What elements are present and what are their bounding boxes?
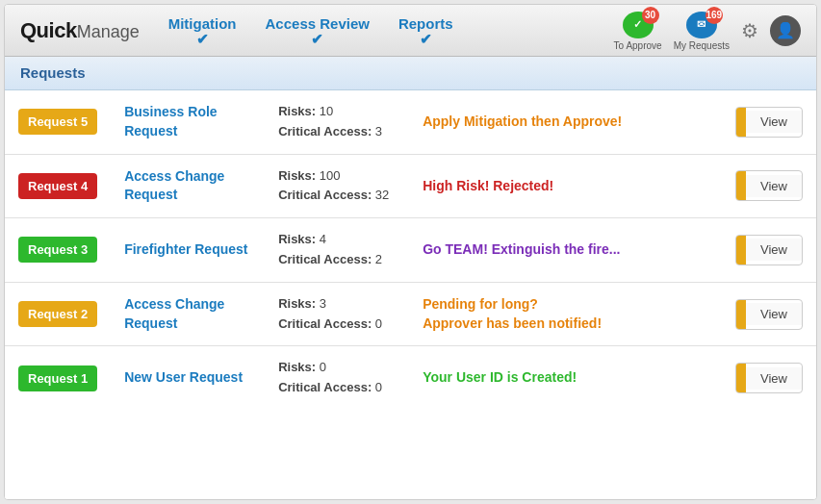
request-view-cell: View: [722, 282, 816, 346]
header-right: ✓ 30 To Approve ✉ 169 My Requests ⚙ 👤: [614, 11, 801, 51]
section-title: Requests: [20, 64, 86, 81]
view-button[interactable]: View: [735, 235, 803, 265]
nav-mitigation[interactable]: Mitigation ✔: [168, 15, 237, 46]
request-badge: Request 5: [18, 109, 97, 135]
request-risks-cell: Risks: 0Critical Access: 0: [265, 346, 409, 410]
request-type-cell: Firefighter Request: [111, 218, 265, 283]
nav-mitigation-label: Mitigation: [168, 15, 237, 32]
view-button[interactable]: View: [735, 107, 803, 138]
request-type-cell: New User Request: [111, 346, 265, 410]
request-status-cell: Pending for long?Approver has been notif…: [409, 282, 722, 346]
request-risks-cell: Risks: 3Critical Access: 0: [265, 282, 409, 346]
my-requests-icon: ✉ 169: [684, 11, 719, 39]
app-container: QuickManage Mitigation ✔ Access Review ✔…: [4, 4, 817, 500]
request-view-cell: View: [722, 154, 816, 218]
request-status: Apply Mitigation then Approve!: [423, 113, 708, 132]
request-badge-cell: Request 5: [5, 90, 111, 154]
nav-reports-label: Reports: [398, 15, 453, 32]
view-button-bar: [736, 171, 746, 200]
request-type: Business RoleRequest: [124, 103, 251, 140]
view-button-bar: [736, 236, 746, 265]
table-row: Request 2Access ChangeRequestRisks: 3Cri…: [5, 282, 816, 346]
requests-table: Request 5Business RoleRequestRisks: 10Cr…: [5, 90, 816, 410]
request-status: Pending for long?Approver has been notif…: [423, 295, 708, 333]
logo: QuickManage: [20, 18, 140, 43]
my-requests-count: 169: [706, 7, 723, 24]
request-badge-cell: Request 3: [5, 218, 111, 283]
request-status: Go TEAM! Extinguish the fire...: [423, 240, 708, 260]
logo-quick: Quick: [20, 18, 77, 43]
request-badge: Request 4: [18, 173, 97, 199]
nav-access-review-label: Access Review: [266, 15, 370, 32]
nav-access-review-check: ✔: [311, 32, 323, 46]
request-risks: Risks: 0Critical Access: 0: [278, 358, 396, 398]
request-status-cell: Your User ID is Created!: [409, 346, 722, 410]
view-button-bar: [736, 108, 746, 137]
request-type-cell: Access ChangeRequest: [111, 282, 265, 346]
view-button-bar: [736, 300, 746, 329]
request-status: Your User ID is Created!: [423, 368, 708, 388]
request-badge: Request 3: [18, 237, 97, 263]
request-risks-cell: Risks: 4Critical Access: 2: [265, 218, 409, 283]
request-type: Access ChangeRequest: [124, 167, 251, 205]
request-risks: Risks: 100Critical Access: 32: [278, 166, 396, 207]
settings-icon[interactable]: ⚙: [741, 19, 758, 42]
content: Requests Request 5Business RoleRequestRi…: [5, 57, 816, 499]
request-badge: Request 1: [18, 365, 97, 391]
header: QuickManage Mitigation ✔ Access Review ✔…: [5, 5, 816, 57]
nav-reports-check: ✔: [420, 32, 432, 46]
request-badge: Request 2: [18, 301, 97, 327]
request-status-cell: High Risk! Rejected!: [409, 154, 722, 218]
nav-access-review[interactable]: Access Review ✔: [266, 15, 370, 46]
to-approve-button[interactable]: ✓ 30 To Approve: [614, 11, 662, 51]
view-button-label: View: [746, 239, 802, 261]
my-requests-label: My Requests: [674, 40, 730, 51]
request-type: New User Request: [124, 368, 251, 388]
request-badge-cell: Request 2: [5, 282, 111, 346]
user-avatar[interactable]: 👤: [770, 15, 801, 46]
to-approve-count: 30: [642, 7, 659, 24]
section-header: Requests: [5, 57, 816, 90]
table-row: Request 1New User RequestRisks: 0Critica…: [5, 346, 816, 410]
nav-mitigation-check: ✔: [196, 32, 209, 46]
request-status: High Risk! Rejected!: [423, 177, 708, 196]
view-button[interactable]: View: [735, 170, 803, 201]
request-type: Firefighter Request: [124, 240, 251, 260]
view-button-label: View: [746, 303, 802, 325]
table-row: Request 5Business RoleRequestRisks: 10Cr…: [5, 90, 816, 154]
nav: Mitigation ✔ Access Review ✔ Reports ✔: [168, 15, 614, 46]
table-row: Request 4Access ChangeRequestRisks: 100C…: [5, 154, 816, 218]
request-type: Access ChangeRequest: [124, 295, 251, 333]
request-view-cell: View: [722, 218, 816, 283]
view-button[interactable]: View: [735, 299, 803, 330]
request-risks-cell: Risks: 10Critical Access: 3: [265, 90, 409, 154]
request-risks: Risks: 10Critical Access: 3: [278, 102, 396, 142]
request-view-cell: View: [722, 346, 816, 410]
to-approve-icon: ✓ 30: [621, 11, 655, 39]
request-badge-cell: Request 1: [5, 346, 111, 410]
nav-reports[interactable]: Reports ✔: [398, 15, 453, 46]
view-button-label: View: [746, 111, 802, 133]
view-button[interactable]: View: [735, 363, 803, 393]
request-type-cell: Access ChangeRequest: [111, 154, 265, 218]
my-requests-button[interactable]: ✉ 169 My Requests: [674, 11, 730, 51]
request-badge-cell: Request 4: [5, 154, 111, 218]
to-approve-label: To Approve: [614, 40, 662, 51]
request-type-cell: Business RoleRequest: [111, 90, 265, 154]
request-risks-cell: Risks: 100Critical Access: 32: [265, 154, 409, 218]
logo-manage: Manage: [77, 22, 140, 42]
view-button-bar: [736, 364, 746, 392]
view-button-label: View: [746, 175, 802, 197]
request-risks: Risks: 3Critical Access: 0: [278, 294, 396, 335]
request-status-cell: Go TEAM! Extinguish the fire...: [409, 218, 722, 283]
view-button-label: View: [746, 367, 802, 390]
request-risks: Risks: 4Critical Access: 2: [278, 230, 396, 270]
request-view-cell: View: [722, 90, 816, 154]
table-row: Request 3Firefighter RequestRisks: 4Crit…: [5, 218, 816, 283]
request-status-cell: Apply Mitigation then Approve!: [409, 90, 722, 154]
